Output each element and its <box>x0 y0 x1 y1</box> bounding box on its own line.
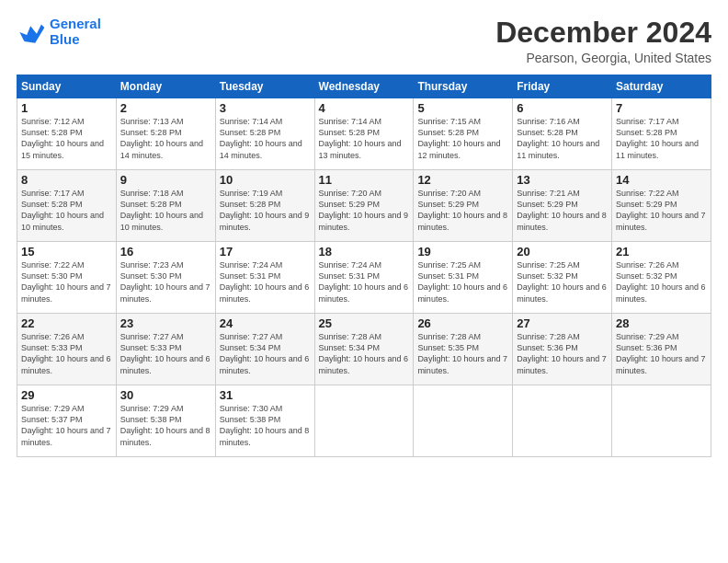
calendar-cell-empty <box>513 385 612 457</box>
day-number: 28 <box>616 316 707 330</box>
day-info: Sunrise: 7:28 AMSunset: 5:36 PMDaylight:… <box>517 331 608 376</box>
col-sunday: Sunday <box>17 75 117 98</box>
day-info: Sunrise: 7:28 AMSunset: 5:35 PMDaylight:… <box>417 331 508 376</box>
calendar-cell-6: 6Sunrise: 7:16 AMSunset: 5:28 PMDaylight… <box>513 98 612 170</box>
calendar-cell-23: 23Sunrise: 7:27 AMSunset: 5:33 PMDayligh… <box>116 314 215 385</box>
calendar-cell-29: 29Sunrise: 7:29 AMSunset: 5:37 PMDayligh… <box>17 385 117 457</box>
day-info: Sunrise: 7:22 AMSunset: 5:29 PMDaylight:… <box>616 188 707 233</box>
col-wednesday: Wednesday <box>314 75 414 98</box>
calendar-cell-18: 18Sunrise: 7:24 AMSunset: 5:31 PMDayligh… <box>314 242 414 314</box>
calendar-cell-26: 26Sunrise: 7:28 AMSunset: 5:35 PMDayligh… <box>414 314 513 385</box>
logo: General Blue <box>17 17 101 47</box>
calendar-cell-11: 11Sunrise: 7:20 AMSunset: 5:29 PMDayligh… <box>314 170 414 242</box>
day-info: Sunrise: 7:24 AMSunset: 5:31 PMDaylight:… <box>220 259 311 304</box>
day-number: 16 <box>120 245 211 259</box>
col-thursday: Thursday <box>414 75 513 98</box>
calendar-week-row: 22Sunrise: 7:26 AMSunset: 5:33 PMDayligh… <box>17 314 711 385</box>
calendar-week-row: 8Sunrise: 7:17 AMSunset: 5:28 PMDaylight… <box>17 170 711 242</box>
calendar-week-row: 15Sunrise: 7:22 AMSunset: 5:30 PMDayligh… <box>17 242 711 314</box>
day-info: Sunrise: 7:24 AMSunset: 5:31 PMDaylight:… <box>319 259 410 304</box>
calendar-cell-7: 7Sunrise: 7:17 AMSunset: 5:28 PMDaylight… <box>612 98 711 170</box>
day-info: Sunrise: 7:20 AMSunset: 5:29 PMDaylight:… <box>417 188 508 233</box>
day-number: 25 <box>319 316 410 330</box>
calendar-cell-19: 19Sunrise: 7:25 AMSunset: 5:31 PMDayligh… <box>414 242 513 314</box>
day-number: 30 <box>120 388 211 402</box>
day-number: 31 <box>220 388 311 402</box>
calendar-cell-empty <box>414 385 513 457</box>
day-info: Sunrise: 7:12 AMSunset: 5:28 PMDaylight:… <box>21 116 112 161</box>
calendar-cell-28: 28Sunrise: 7:29 AMSunset: 5:36 PMDayligh… <box>612 314 711 385</box>
day-info: Sunrise: 7:25 AMSunset: 5:32 PMDaylight:… <box>517 259 608 304</box>
day-number: 1 <box>21 101 112 115</box>
day-number: 24 <box>220 316 311 330</box>
day-number: 6 <box>517 101 608 115</box>
calendar-title: December 2024 <box>495 17 711 49</box>
calendar-cell-30: 30Sunrise: 7:29 AMSunset: 5:38 PMDayligh… <box>116 385 215 457</box>
calendar-week-row: 29Sunrise: 7:29 AMSunset: 5:37 PMDayligh… <box>17 385 711 457</box>
calendar-cell-27: 27Sunrise: 7:28 AMSunset: 5:36 PMDayligh… <box>513 314 612 385</box>
day-number: 14 <box>616 173 707 187</box>
calendar-week-row: 1Sunrise: 7:12 AMSunset: 5:28 PMDaylight… <box>17 98 711 170</box>
day-number: 2 <box>120 101 211 115</box>
day-info: Sunrise: 7:26 AMSunset: 5:32 PMDaylight:… <box>616 259 707 304</box>
calendar-cell-8: 8Sunrise: 7:17 AMSunset: 5:28 PMDaylight… <box>17 170 117 242</box>
day-info: Sunrise: 7:17 AMSunset: 5:28 PMDaylight:… <box>21 188 112 233</box>
day-number: 29 <box>21 388 112 402</box>
day-number: 3 <box>220 101 311 115</box>
day-info: Sunrise: 7:17 AMSunset: 5:28 PMDaylight:… <box>616 116 707 161</box>
day-info: Sunrise: 7:14 AMSunset: 5:28 PMDaylight:… <box>319 116 410 161</box>
calendar-cell-17: 17Sunrise: 7:24 AMSunset: 5:31 PMDayligh… <box>215 242 314 314</box>
calendar-cell-1: 1Sunrise: 7:12 AMSunset: 5:28 PMDaylight… <box>17 98 117 170</box>
calendar-cell-24: 24Sunrise: 7:27 AMSunset: 5:34 PMDayligh… <box>215 314 314 385</box>
calendar-cell-31: 31Sunrise: 7:30 AMSunset: 5:38 PMDayligh… <box>215 385 314 457</box>
day-number: 12 <box>417 173 508 187</box>
day-number: 13 <box>517 173 608 187</box>
day-info: Sunrise: 7:29 AMSunset: 5:37 PMDaylight:… <box>21 403 112 448</box>
day-number: 11 <box>319 173 410 187</box>
day-number: 22 <box>21 316 112 330</box>
calendar-body: 1Sunrise: 7:12 AMSunset: 5:28 PMDaylight… <box>17 98 711 457</box>
day-info: Sunrise: 7:28 AMSunset: 5:34 PMDaylight:… <box>319 331 410 376</box>
calendar-cell-15: 15Sunrise: 7:22 AMSunset: 5:30 PMDayligh… <box>17 242 117 314</box>
calendar-cell-25: 25Sunrise: 7:28 AMSunset: 5:34 PMDayligh… <box>314 314 414 385</box>
calendar-cell-empty <box>314 385 414 457</box>
calendar-cell-21: 21Sunrise: 7:26 AMSunset: 5:32 PMDayligh… <box>612 242 711 314</box>
calendar-cell-empty <box>612 385 711 457</box>
day-number: 23 <box>120 316 211 330</box>
day-number: 21 <box>616 245 707 259</box>
calendar-table: Sunday Monday Tuesday Wednesday Thursday… <box>17 75 711 457</box>
calendar-cell-9: 9Sunrise: 7:18 AMSunset: 5:28 PMDaylight… <box>116 170 215 242</box>
day-number: 18 <box>319 245 410 259</box>
day-info: Sunrise: 7:18 AMSunset: 5:28 PMDaylight:… <box>120 188 211 233</box>
svg-marker-0 <box>24 24 44 42</box>
calendar-cell-16: 16Sunrise: 7:23 AMSunset: 5:30 PMDayligh… <box>116 242 215 314</box>
calendar-subtitle: Pearson, Georgia, United States <box>495 51 711 65</box>
day-info: Sunrise: 7:21 AMSunset: 5:29 PMDaylight:… <box>517 188 608 233</box>
col-friday: Friday <box>513 75 612 98</box>
day-number: 19 <box>417 245 508 259</box>
day-number: 8 <box>21 173 112 187</box>
day-number: 9 <box>120 173 211 187</box>
calendar-cell-14: 14Sunrise: 7:22 AMSunset: 5:29 PMDayligh… <box>612 170 711 242</box>
day-info: Sunrise: 7:27 AMSunset: 5:33 PMDaylight:… <box>120 331 211 376</box>
calendar-cell-4: 4Sunrise: 7:14 AMSunset: 5:28 PMDaylight… <box>314 98 414 170</box>
logo-text: General Blue <box>50 17 101 47</box>
day-info: Sunrise: 7:19 AMSunset: 5:28 PMDaylight:… <box>220 188 311 233</box>
day-info: Sunrise: 7:29 AMSunset: 5:36 PMDaylight:… <box>616 331 707 376</box>
day-info: Sunrise: 7:20 AMSunset: 5:29 PMDaylight:… <box>319 188 410 233</box>
day-number: 10 <box>220 173 311 187</box>
page-header: General Blue December 2024 Pearson, Geor… <box>17 17 711 65</box>
calendar-cell-22: 22Sunrise: 7:26 AMSunset: 5:33 PMDayligh… <box>17 314 117 385</box>
day-info: Sunrise: 7:23 AMSunset: 5:30 PMDaylight:… <box>120 259 211 304</box>
day-info: Sunrise: 7:13 AMSunset: 5:28 PMDaylight:… <box>120 116 211 161</box>
title-block: December 2024 Pearson, Georgia, United S… <box>495 17 711 65</box>
day-info: Sunrise: 7:29 AMSunset: 5:38 PMDaylight:… <box>120 403 211 448</box>
col-tuesday: Tuesday <box>215 75 314 98</box>
day-number: 15 <box>21 245 112 259</box>
calendar-cell-5: 5Sunrise: 7:15 AMSunset: 5:28 PMDaylight… <box>414 98 513 170</box>
logo-bird-icon <box>17 19 46 45</box>
day-info: Sunrise: 7:25 AMSunset: 5:31 PMDaylight:… <box>417 259 508 304</box>
col-monday: Monday <box>116 75 215 98</box>
day-number: 4 <box>319 101 410 115</box>
day-info: Sunrise: 7:30 AMSunset: 5:38 PMDaylight:… <box>220 403 311 448</box>
